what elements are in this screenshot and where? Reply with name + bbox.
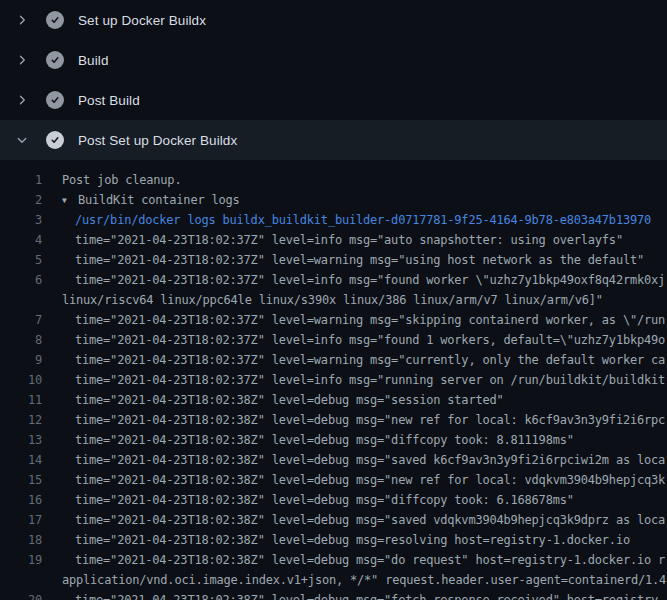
log-line: 11time="2021-04-23T18:02:38Z" level=debu…: [0, 390, 667, 410]
step-label: Build: [78, 53, 109, 68]
log-text-content: time="2021-04-23T18:02:38Z" level=debug …: [75, 453, 665, 467]
line-number[interactable]: 5: [0, 250, 42, 270]
log-text-content: Post job cleanup.: [62, 173, 181, 187]
log-text-content: time="2021-04-23T18:02:38Z" level=debug …: [75, 533, 630, 547]
log-line: 14time="2021-04-23T18:02:38Z" level=debu…: [0, 450, 667, 470]
line-number[interactable]: 9: [0, 350, 42, 370]
log-text: time="2021-04-23T18:02:38Z" level=debug …: [62, 450, 665, 470]
log-text-content: time="2021-04-23T18:02:38Z" level=debug …: [75, 393, 504, 407]
log-text-content: time="2021-04-23T18:02:38Z" level=debug …: [75, 433, 574, 447]
log-line: 18time="2021-04-23T18:02:38Z" level=debu…: [0, 530, 667, 550]
line-number[interactable]: 6: [0, 270, 42, 290]
log-text-content: time="2021-04-23T18:02:38Z" level=debug …: [75, 553, 665, 567]
step-label: Set up Docker Buildx: [78, 13, 206, 28]
step-row-post-build[interactable]: Post Build: [0, 80, 667, 120]
step-label: Post Set up Docker Buildx: [78, 133, 237, 148]
log-text: application/vnd.oci.image.index.v1+json,…: [62, 570, 666, 590]
line-number[interactable]: 18: [0, 530, 42, 550]
log-line: 9time="2021-04-23T18:02:37Z" level=warni…: [0, 350, 667, 370]
chevron-down-icon[interactable]: [14, 132, 30, 148]
log-text-content: time="2021-04-23T18:02:37Z" level=warnin…: [75, 313, 665, 327]
log-text-content: time="2021-04-23T18:02:37Z" level=info m…: [75, 273, 665, 287]
line-number[interactable]: 14: [0, 450, 42, 470]
log-line: 10time="2021-04-23T18:02:37Z" level=info…: [0, 370, 667, 390]
log-line: 12time="2021-04-23T18:02:38Z" level=debu…: [0, 410, 667, 430]
log-text: time="2021-04-23T18:02:38Z" level=debug …: [62, 590, 665, 600]
log-line-wrap: linux/riscv64 linux/ppc64le linux/s390x …: [0, 290, 667, 310]
log-line: 4time="2021-04-23T18:02:37Z" level=info …: [0, 230, 667, 250]
step-label: Post Build: [78, 93, 140, 108]
log-text-content: time="2021-04-23T18:02:38Z" level=debug …: [75, 473, 665, 487]
line-number[interactable]: 16: [0, 490, 42, 510]
line-number[interactable]: 4: [0, 230, 42, 250]
log-text: ▼BuildKit container logs: [62, 190, 240, 210]
line-number[interactable]: 20: [0, 590, 42, 600]
log-text: time="2021-04-23T18:02:37Z" level=warnin…: [62, 250, 644, 270]
log-line-wrap: application/vnd.oci.image.index.v1+json,…: [0, 570, 667, 590]
line-number[interactable]: 10: [0, 370, 42, 390]
log-text-content: BuildKit container logs: [78, 193, 240, 207]
line-number[interactable]: 15: [0, 470, 42, 490]
line-number[interactable]: 2: [0, 190, 42, 210]
log-text-content: time="2021-04-23T18:02:37Z" level=info m…: [75, 333, 665, 347]
line-number[interactable]: 1: [0, 170, 42, 190]
check-circle-icon: [46, 11, 64, 29]
log-line: 2▼BuildKit container logs: [0, 190, 667, 210]
log-text: time="2021-04-23T18:02:38Z" level=debug …: [62, 490, 574, 510]
log-line: 15time="2021-04-23T18:02:38Z" level=debu…: [0, 470, 667, 490]
log-area: 1Post job cleanup.2▼BuildKit container l…: [0, 160, 667, 600]
log-text: time="2021-04-23T18:02:38Z" level=debug …: [62, 390, 504, 410]
log-line: 6time="2021-04-23T18:02:37Z" level=info …: [0, 270, 667, 290]
log-line: 3/usr/bin/docker logs buildx_buildkit_bu…: [0, 210, 667, 230]
log-text-content: time="2021-04-23T18:02:38Z" level=debug …: [75, 413, 665, 427]
group-collapse-triangle-icon[interactable]: ▼: [62, 191, 78, 210]
log-text: time="2021-04-23T18:02:37Z" level=info m…: [62, 270, 665, 290]
actions-log-viewer: Set up Docker BuildxBuildPost BuildPost …: [0, 0, 667, 600]
log-text: linux/riscv64 linux/ppc64le linux/s390x …: [62, 290, 603, 310]
check-circle-icon: [46, 91, 64, 109]
log-text-content: time="2021-04-23T18:02:37Z" level=info m…: [75, 373, 665, 387]
log-line: 19time="2021-04-23T18:02:38Z" level=debu…: [0, 550, 667, 570]
log-line: 13time="2021-04-23T18:02:38Z" level=debu…: [0, 430, 667, 450]
log-line: 20time="2021-04-23T18:02:38Z" level=debu…: [0, 590, 667, 600]
chevron-right-icon[interactable]: [14, 12, 30, 28]
log-text: time="2021-04-23T18:02:38Z" level=debug …: [62, 530, 630, 550]
log-text-content: application/vnd.oci.image.index.v1+json,…: [62, 573, 666, 587]
check-circle-icon: [46, 51, 64, 69]
line-number[interactable]: 7: [0, 310, 42, 330]
log-text: time="2021-04-23T18:02:37Z" level=info m…: [62, 230, 623, 250]
chevron-right-icon[interactable]: [14, 52, 30, 68]
log-line: 1Post job cleanup.: [0, 170, 667, 190]
line-number[interactable]: [0, 290, 42, 310]
step-row-set-up-docker-buildx[interactable]: Set up Docker Buildx: [0, 0, 667, 40]
chevron-right-icon[interactable]: [14, 92, 30, 108]
step-row-post-set-up-docker-buildx[interactable]: Post Set up Docker Buildx: [0, 120, 667, 160]
log-text: time="2021-04-23T18:02:38Z" level=debug …: [62, 430, 574, 450]
step-row-build[interactable]: Build: [0, 40, 667, 80]
line-number[interactable]: 13: [0, 430, 42, 450]
log-text: /usr/bin/docker logs buildx_buildkit_bui…: [62, 210, 651, 230]
log-text: time="2021-04-23T18:02:37Z" level=warnin…: [62, 350, 665, 370]
log-text-content: time="2021-04-23T18:02:37Z" level=info m…: [75, 233, 623, 247]
log-text-content: time="2021-04-23T18:02:38Z" level=debug …: [75, 493, 574, 507]
log-text: Post job cleanup.: [62, 170, 181, 190]
line-number[interactable]: [0, 570, 42, 590]
log-text-content: time="2021-04-23T18:02:38Z" level=debug …: [75, 593, 665, 600]
line-number[interactable]: 11: [0, 390, 42, 410]
line-number[interactable]: 8: [0, 330, 42, 350]
log-line: 8time="2021-04-23T18:02:37Z" level=info …: [0, 330, 667, 350]
log-line: 16time="2021-04-23T18:02:38Z" level=debu…: [0, 490, 667, 510]
log-text-content: linux/riscv64 linux/ppc64le linux/s390x …: [62, 293, 603, 307]
step-list: Set up Docker BuildxBuildPost BuildPost …: [0, 0, 667, 160]
log-text: time="2021-04-23T18:02:37Z" level=info m…: [62, 330, 665, 350]
log-text-content: time="2021-04-23T18:02:37Z" level=warnin…: [75, 353, 665, 367]
line-number[interactable]: 3: [0, 210, 42, 230]
log-text: time="2021-04-23T18:02:38Z" level=debug …: [62, 550, 665, 570]
log-line: 5time="2021-04-23T18:02:37Z" level=warni…: [0, 250, 667, 270]
line-number[interactable]: 17: [0, 510, 42, 530]
line-number[interactable]: 12: [0, 410, 42, 430]
log-text-content: /usr/bin/docker logs buildx_buildkit_bui…: [75, 213, 651, 227]
log-line: 17time="2021-04-23T18:02:38Z" level=debu…: [0, 510, 667, 530]
line-number[interactable]: 19: [0, 550, 42, 570]
log-text: time="2021-04-23T18:02:37Z" level=warnin…: [62, 310, 665, 330]
